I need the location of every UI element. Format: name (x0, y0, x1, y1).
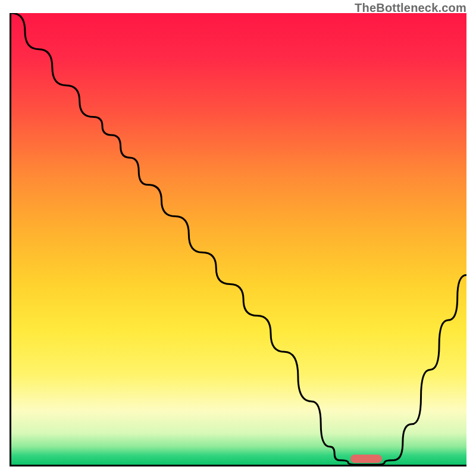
optimal-marker (350, 455, 383, 463)
chart-curve-svg (11, 13, 466, 465)
chart-container (10, 13, 466, 466)
x-axis (10, 465, 466, 466)
y-axis (10, 13, 11, 466)
bottleneck-curve (11, 13, 466, 465)
